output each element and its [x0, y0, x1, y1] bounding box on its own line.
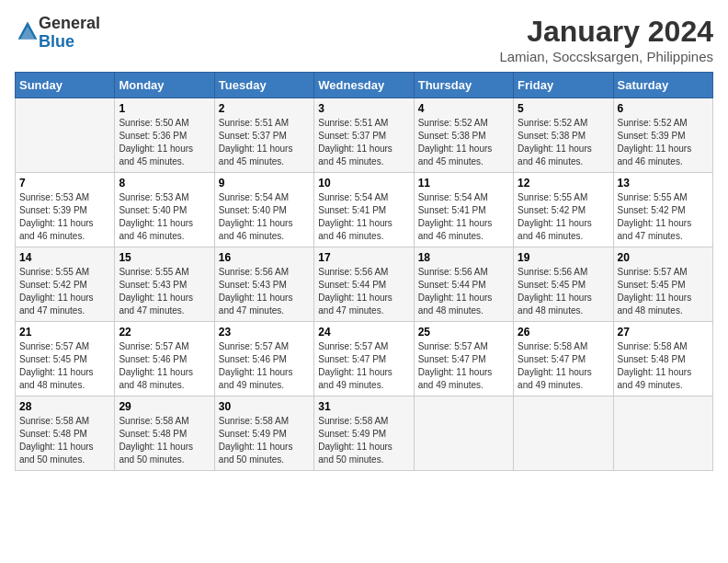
day-number: 25 [418, 326, 509, 339]
calendar-cell [514, 396, 613, 471]
day-number: 4 [418, 102, 509, 115]
day-info: Sunrise: 5:53 AM Sunset: 5:39 PM Dayligh… [19, 191, 110, 243]
calendar-cell: 1Sunrise: 5:50 AM Sunset: 5:36 PM Daylig… [115, 98, 214, 173]
day-number: 12 [518, 177, 609, 190]
week-row-2: 7Sunrise: 5:53 AM Sunset: 5:39 PM Daylig… [16, 173, 713, 247]
day-number: 6 [618, 102, 709, 115]
logo-general: General [39, 14, 100, 32]
calendar-cell: 7Sunrise: 5:53 AM Sunset: 5:39 PM Daylig… [16, 173, 115, 247]
day-info: Sunrise: 5:56 AM Sunset: 5:44 PM Dayligh… [318, 266, 409, 317]
day-number: 5 [518, 102, 609, 115]
calendar-cell: 2Sunrise: 5:51 AM Sunset: 5:37 PM Daylig… [214, 98, 313, 173]
calendar-cell: 29Sunrise: 5:58 AM Sunset: 5:48 PM Dayli… [115, 396, 214, 471]
calendar-cell: 9Sunrise: 5:54 AM Sunset: 5:40 PM Daylig… [214, 173, 313, 247]
day-number: 26 [518, 326, 609, 339]
day-number: 1 [119, 102, 210, 115]
header-sunday: Sunday [16, 73, 115, 98]
day-info: Sunrise: 5:52 AM Sunset: 5:38 PM Dayligh… [418, 117, 509, 168]
day-number: 31 [318, 400, 409, 413]
day-info: Sunrise: 5:56 AM Sunset: 5:45 PM Dayligh… [518, 266, 609, 317]
calendar-table: SundayMondayTuesdayWednesdayThursdayFrid… [15, 72, 713, 471]
calendar-cell: 10Sunrise: 5:54 AM Sunset: 5:41 PM Dayli… [314, 173, 414, 247]
day-number: 24 [318, 326, 409, 339]
logo-blue: Blue [39, 32, 74, 51]
week-row-4: 21Sunrise: 5:57 AM Sunset: 5:45 PM Dayli… [16, 322, 713, 396]
day-info: Sunrise: 5:54 AM Sunset: 5:41 PM Dayligh… [418, 191, 509, 243]
calendar-cell: 12Sunrise: 5:55 AM Sunset: 5:42 PM Dayli… [514, 173, 613, 247]
day-number: 19 [518, 251, 609, 264]
calendar-cell: 24Sunrise: 5:57 AM Sunset: 5:47 PM Dayli… [314, 322, 414, 396]
week-row-5: 28Sunrise: 5:58 AM Sunset: 5:48 PM Dayli… [16, 396, 713, 471]
day-info: Sunrise: 5:54 AM Sunset: 5:41 PM Dayligh… [318, 191, 409, 243]
calendar-cell [414, 396, 513, 471]
month-year: January 2024 [499, 15, 713, 49]
day-number: 28 [19, 400, 110, 413]
day-info: Sunrise: 5:58 AM Sunset: 5:49 PM Dayligh… [318, 415, 409, 466]
header-friday: Friday [514, 73, 613, 98]
day-number: 21 [19, 326, 110, 339]
day-info: Sunrise: 5:55 AM Sunset: 5:43 PM Dayligh… [119, 266, 210, 317]
calendar-cell: 30Sunrise: 5:58 AM Sunset: 5:49 PM Dayli… [214, 396, 313, 471]
header-saturday: Saturday [613, 73, 712, 98]
day-number: 13 [618, 177, 709, 190]
calendar-cell: 27Sunrise: 5:58 AM Sunset: 5:48 PM Dayli… [613, 322, 712, 396]
header-tuesday: Tuesday [214, 73, 313, 98]
calendar-cell: 22Sunrise: 5:57 AM Sunset: 5:46 PM Dayli… [115, 322, 214, 396]
day-info: Sunrise: 5:57 AM Sunset: 5:46 PM Dayligh… [219, 340, 310, 392]
day-number: 14 [19, 251, 110, 264]
calendar-cell: 17Sunrise: 5:56 AM Sunset: 5:44 PM Dayli… [314, 247, 414, 322]
calendar-cell: 14Sunrise: 5:55 AM Sunset: 5:42 PM Dayli… [16, 247, 115, 322]
day-info: Sunrise: 5:58 AM Sunset: 5:49 PM Dayligh… [219, 415, 310, 466]
day-number: 16 [219, 251, 310, 264]
week-row-3: 14Sunrise: 5:55 AM Sunset: 5:42 PM Dayli… [16, 247, 713, 322]
calendar-cell: 20Sunrise: 5:57 AM Sunset: 5:45 PM Dayli… [613, 247, 712, 322]
day-info: Sunrise: 5:54 AM Sunset: 5:40 PM Dayligh… [219, 191, 310, 243]
day-number: 30 [219, 400, 310, 413]
day-number: 11 [418, 177, 509, 190]
calendar-cell: 15Sunrise: 5:55 AM Sunset: 5:43 PM Dayli… [115, 247, 214, 322]
page-header: General Blue January 2024 Lamian, Soccsk… [15, 15, 713, 64]
day-info: Sunrise: 5:58 AM Sunset: 5:48 PM Dayligh… [19, 415, 110, 466]
calendar-cell: 19Sunrise: 5:56 AM Sunset: 5:45 PM Dayli… [514, 247, 613, 322]
day-info: Sunrise: 5:55 AM Sunset: 5:42 PM Dayligh… [19, 266, 110, 317]
day-number: 22 [119, 326, 210, 339]
day-number: 9 [219, 177, 310, 190]
calendar-cell: 5Sunrise: 5:52 AM Sunset: 5:38 PM Daylig… [514, 98, 613, 173]
day-info: Sunrise: 5:58 AM Sunset: 5:47 PM Dayligh… [518, 340, 609, 392]
day-info: Sunrise: 5:56 AM Sunset: 5:43 PM Dayligh… [219, 266, 310, 317]
day-info: Sunrise: 5:55 AM Sunset: 5:42 PM Dayligh… [618, 191, 709, 243]
calendar-cell: 28Sunrise: 5:58 AM Sunset: 5:48 PM Dayli… [16, 396, 115, 471]
week-row-1: 1Sunrise: 5:50 AM Sunset: 5:36 PM Daylig… [16, 98, 713, 173]
day-number: 3 [318, 102, 409, 115]
logo: General Blue [15, 15, 100, 52]
day-number: 20 [618, 251, 709, 264]
day-number: 17 [318, 251, 409, 264]
day-info: Sunrise: 5:57 AM Sunset: 5:45 PM Dayligh… [19, 340, 110, 392]
day-info: Sunrise: 5:51 AM Sunset: 5:37 PM Dayligh… [219, 117, 310, 168]
day-info: Sunrise: 5:53 AM Sunset: 5:40 PM Dayligh… [119, 191, 210, 243]
day-info: Sunrise: 5:51 AM Sunset: 5:37 PM Dayligh… [318, 117, 409, 168]
day-number: 7 [19, 177, 110, 190]
calendar-cell: 26Sunrise: 5:58 AM Sunset: 5:47 PM Dayli… [514, 322, 613, 396]
header-wednesday: Wednesday [314, 73, 414, 98]
day-number: 8 [119, 177, 210, 190]
day-number: 27 [618, 326, 709, 339]
header-row: SundayMondayTuesdayWednesdayThursdayFrid… [16, 73, 713, 98]
calendar-cell: 6Sunrise: 5:52 AM Sunset: 5:39 PM Daylig… [613, 98, 712, 173]
day-number: 23 [219, 326, 310, 339]
day-info: Sunrise: 5:57 AM Sunset: 5:45 PM Dayligh… [618, 266, 709, 317]
title-block: January 2024 Lamian, Soccsksargen, Phili… [499, 15, 713, 64]
day-info: Sunrise: 5:52 AM Sunset: 5:39 PM Dayligh… [618, 117, 709, 168]
calendar-cell: 23Sunrise: 5:57 AM Sunset: 5:46 PM Dayli… [214, 322, 313, 396]
day-info: Sunrise: 5:58 AM Sunset: 5:48 PM Dayligh… [119, 415, 210, 466]
calendar-cell [613, 396, 712, 471]
day-info: Sunrise: 5:56 AM Sunset: 5:44 PM Dayligh… [418, 266, 509, 317]
day-number: 10 [318, 177, 409, 190]
calendar-cell: 31Sunrise: 5:58 AM Sunset: 5:49 PM Dayli… [314, 396, 414, 471]
calendar-body: 1Sunrise: 5:50 AM Sunset: 5:36 PM Daylig… [16, 98, 713, 471]
header-monday: Monday [115, 73, 214, 98]
day-info: Sunrise: 5:57 AM Sunset: 5:46 PM Dayligh… [119, 340, 210, 392]
logo-icon [17, 20, 39, 42]
calendar-cell [16, 98, 115, 173]
day-info: Sunrise: 5:55 AM Sunset: 5:42 PM Dayligh… [518, 191, 609, 243]
